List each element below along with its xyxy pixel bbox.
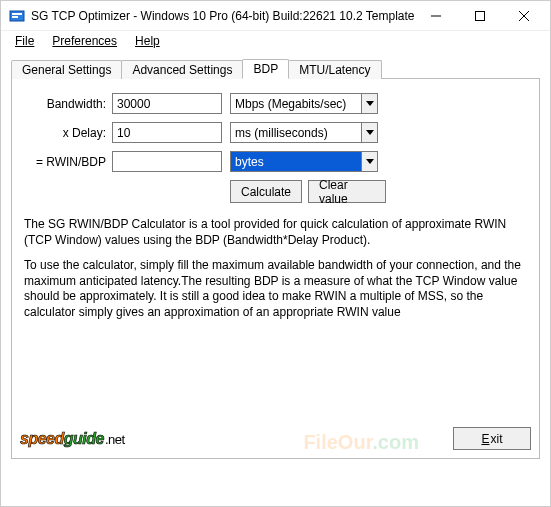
logo-guide: guide — [64, 430, 104, 447]
row-delay: x Delay: ms (milliseconds) — [24, 122, 527, 143]
tabstrip: General Settings Advanced Settings BDP M… — [11, 57, 540, 79]
exit-button[interactable]: Exit — [453, 427, 531, 450]
footer: speedguide.net Exit — [20, 427, 531, 450]
chevron-down-icon — [361, 123, 377, 142]
tab-panel-bdp: Bandwidth: Mbps (Megabits/sec) x Delay: … — [11, 79, 540, 459]
svg-rect-3 — [431, 15, 441, 16]
tab-mtu-latency[interactable]: MTU/Latency — [288, 60, 381, 79]
bandwidth-input[interactable] — [112, 93, 222, 114]
window-title: SG TCP Optimizer - Windows 10 Pro (64-bi… — [31, 9, 414, 23]
minimize-button[interactable] — [414, 2, 458, 30]
menu-help[interactable]: Help — [127, 32, 168, 50]
chevron-down-icon — [361, 152, 377, 171]
clear-value-button[interactable]: Clear value — [308, 180, 386, 203]
logo-speed: speed — [20, 430, 64, 447]
menu-file-label: File — [15, 34, 34, 48]
bandwidth-unit-combo[interactable]: Mbps (Megabits/sec) — [230, 93, 378, 114]
delay-label: x Delay: — [24, 126, 112, 140]
calculate-button[interactable]: Calculate — [230, 180, 302, 203]
description-p1: The SG RWIN/BDP Calculator is a tool pro… — [24, 217, 527, 248]
menu-preferences-label: Preferences — [52, 34, 117, 48]
bandwidth-label: Bandwidth: — [24, 97, 112, 111]
svg-rect-4 — [476, 11, 485, 20]
delay-unit-combo[interactable]: ms (milliseconds) — [230, 122, 378, 143]
delay-unit-text: ms (milliseconds) — [231, 126, 361, 140]
rwin-unit-combo[interactable]: bytes — [230, 151, 378, 172]
logo-net: .net — [105, 432, 125, 447]
svg-rect-1 — [12, 13, 22, 15]
close-button[interactable] — [502, 2, 546, 30]
rwin-label: = RWIN/BDP — [24, 155, 112, 169]
titlebar: SG TCP Optimizer - Windows 10 Pro (64-bi… — [1, 1, 550, 31]
menu-help-label: Help — [135, 34, 160, 48]
menu-preferences[interactable]: Preferences — [44, 32, 125, 50]
chevron-down-icon — [361, 94, 377, 113]
delay-input[interactable] — [112, 122, 222, 143]
menu-file[interactable]: File — [7, 32, 42, 50]
row-rwin: = RWIN/BDP bytes — [24, 151, 527, 172]
rwin-unit-text: bytes — [231, 155, 361, 169]
tab-advanced-settings[interactable]: Advanced Settings — [121, 60, 243, 79]
button-row: Calculate Clear value — [230, 180, 527, 203]
row-bandwidth: Bandwidth: Mbps (Megabits/sec) — [24, 93, 527, 114]
menubar: File Preferences Help — [1, 31, 550, 51]
bandwidth-unit-text: Mbps (Megabits/sec) — [231, 97, 361, 111]
svg-rect-2 — [12, 16, 18, 18]
maximize-button[interactable] — [458, 2, 502, 30]
tab-general-settings[interactable]: General Settings — [11, 60, 122, 79]
app-icon — [9, 8, 25, 24]
description-p2: To use the calculator, simply fill the m… — [24, 258, 527, 320]
rwin-input[interactable] — [112, 151, 222, 172]
speedguide-logo: speedguide.net — [20, 430, 125, 448]
tab-bdp[interactable]: BDP — [242, 59, 289, 79]
